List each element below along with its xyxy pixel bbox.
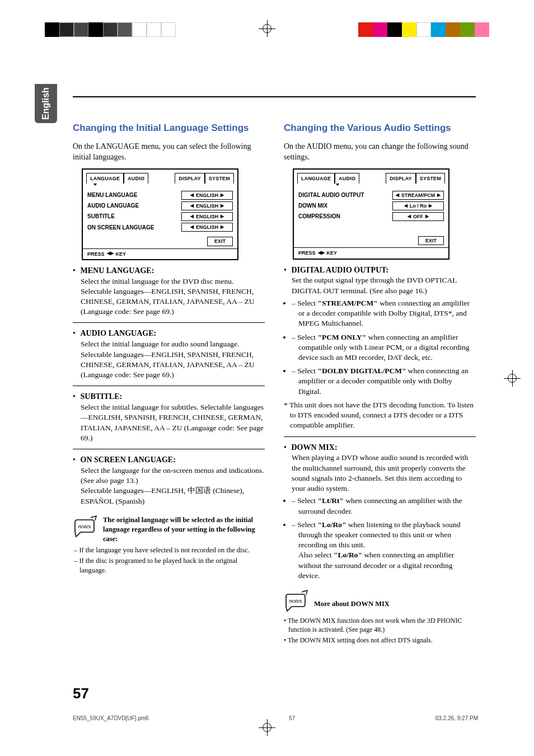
color-bar-left (45, 22, 176, 37)
item-title: • DOWN MIX: (284, 443, 476, 453)
svg-text:notes: notes (78, 523, 91, 529)
menu-tab: AUDIO (124, 173, 148, 184)
item-body: Select the initial language for subtitle… (81, 402, 265, 443)
press-label: PRESS (87, 251, 105, 257)
left-column: Changing the Initial Language Settings O… (73, 122, 265, 646)
menu-row-value: OFF (392, 212, 444, 221)
note-text: More about DOWN MIX (314, 590, 390, 609)
language-side-tab: English (35, 84, 57, 123)
menu-row-label: COMPRESSION (298, 213, 340, 220)
menu-row-value: ENGLISH (181, 191, 233, 200)
print-footer: EN55_59UX_A7DVD[UF].pm6 57 03.2.26, 9:27… (73, 715, 478, 721)
right-heading: Changing the Various Audio Settings (284, 122, 476, 135)
footer-date: 03.2.26, 9:27 PM (435, 715, 478, 721)
audio-menu-screenshot: LANGUAGE AUDIO DISPLAY SYSTEM DIGITAL AU… (293, 168, 449, 260)
menu-exit: EXIT (418, 236, 444, 245)
sub-list: – Select "STREAM/PCM" when connecting an… (292, 298, 476, 397)
crop-mark-top (261, 22, 273, 35)
crop-mark-bottom (261, 721, 273, 734)
left-right-icon: ◀▶ (318, 250, 325, 256)
left-heading: Changing the Initial Language Settings (73, 122, 265, 135)
menu-row-label: DOWN MIX (298, 202, 327, 210)
menu-row-value: ENGLISH (181, 212, 233, 221)
press-label: PRESS (298, 250, 316, 256)
item-body: Select the initial language for audio so… (81, 339, 265, 380)
menu-row-label: MENU LANGUAGE (87, 191, 137, 199)
side-crop-mark (506, 372, 518, 384)
menu-row-value: Lo / Ro (392, 201, 444, 210)
item-title: • SUBTITLE: (73, 392, 265, 402)
left-right-icon: ◀▶ (107, 251, 114, 257)
press-suffix: KEY (116, 251, 127, 257)
item-title: • AUDIO LANGUAGE: (73, 328, 265, 339)
left-intro: On the LANGUAGE menu, you can select the… (73, 142, 265, 163)
menu-row-value: ENGLISH (181, 201, 233, 210)
footer-file: EN55_59UX_A7DVD[UF].pm6 (73, 715, 149, 721)
language-menu-screenshot: LANGUAGE AUDIO DISPLAY SYSTEM MENU LANGU… (82, 168, 238, 260)
menu-row-label: ON SCREEN LANGUAGE (87, 224, 154, 232)
item-body: Select the language for the on-screen me… (81, 466, 265, 506)
right-intro: On the AUDIO menu, you can change the fo… (284, 142, 476, 163)
footer-page: 57 (289, 715, 295, 721)
page-number: 57 (73, 685, 89, 702)
item-body: Select the initial language for the DVD … (81, 276, 265, 317)
menu-tab: AUDIO (335, 173, 359, 184)
menu-row-label: AUDIO LANGUAGE (87, 202, 139, 210)
note-list: – If the language you have selected is n… (73, 546, 265, 575)
notes-icon: notes (73, 515, 99, 541)
menu-row-value: ENGLISH (181, 223, 233, 232)
item-title: • ON SCREEN LANGUAGE: (73, 455, 265, 466)
menu-tab: SYSTEM (416, 173, 445, 184)
menu-tab: DISPLAY (175, 173, 205, 184)
color-bar-right (358, 22, 489, 37)
svg-text:notes: notes (289, 597, 302, 604)
right-column: Changing the Various Audio Settings On t… (284, 122, 476, 646)
menu-row-label: SUBTITLE (87, 213, 115, 220)
item-body: When playing a DVD whose audio sound is … (292, 453, 476, 494)
item-body: Set the output signal type through the D… (292, 275, 476, 295)
note-list: • The DOWN MIX function does not work wh… (284, 616, 476, 645)
menu-tab: SYSTEM (205, 173, 234, 184)
sub-list: – Select "Lt/Rt" when connecting an ampl… (292, 496, 476, 581)
menu-row-value: STREAM/PCM (392, 191, 444, 200)
menu-tab: LANGUAGE (297, 173, 335, 184)
side-tab-label: English (41, 87, 51, 120)
menu-tab: LANGUAGE (86, 173, 124, 184)
item-title: • MENU LANGUAGE: (73, 266, 265, 276)
top-rule (73, 96, 476, 97)
press-suffix: KEY (327, 250, 338, 256)
menu-exit: EXIT (207, 237, 233, 246)
menu-tab: DISPLAY (386, 173, 416, 184)
asterisk-note: * This unit does not have the DTS decodi… (284, 400, 476, 431)
notes-icon: notes (284, 590, 310, 615)
item-title: • DIGITAL AUDIO OUTPUT: (284, 265, 476, 276)
menu-row-label: DIGITAL AUDIO OUTPUT (298, 191, 364, 199)
note-text: The original language will be selected a… (103, 515, 265, 544)
